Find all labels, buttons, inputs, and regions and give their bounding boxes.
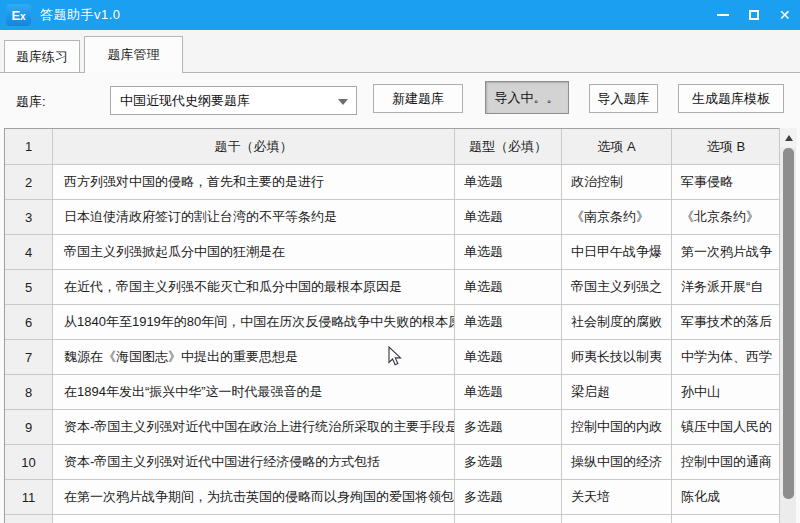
row-number-cell[interactable]: 3	[5, 200, 53, 235]
table-row: 2西方列强对中国的侵略，首先和主要的是进行单选题政治控制军事侵略	[5, 165, 778, 200]
table-row: 12资本-帝国主义列强对近代中国进行文化渗透的目的包括多选题披着宗教外衣进为侵略…	[5, 515, 778, 523]
option-a-cell[interactable]: 披着宗教外衣进	[562, 515, 672, 523]
importing-button[interactable]: 导入中。。	[485, 81, 569, 114]
option-b-cell[interactable]: 镇压中国人民的	[672, 410, 780, 445]
table-row: 6从1840年至1919年的80年间，中国在历次反侵略战争中失败的根本原因单选题…	[5, 305, 778, 340]
type-cell[interactable]: 单选题	[455, 270, 562, 305]
stem-cell[interactable]: 在第一次鸦片战争期间，为抗击英国的侵略而以身殉国的爱国将领包括	[53, 480, 455, 515]
option-b-cell[interactable]: 军事侵略	[672, 165, 780, 200]
row-number-cell[interactable]: 8	[5, 375, 53, 410]
arrow-up-icon	[785, 135, 793, 141]
type-cell[interactable]: 多选题	[455, 410, 562, 445]
header-option-a[interactable]: 选项 A	[562, 129, 672, 165]
app-window: Ex 答题助手v1.0 ✕ 题库练习 题库管理 题库: 中国近现代史纲要题库 新…	[0, 0, 800, 523]
option-a-cell[interactable]: 关天培	[562, 480, 672, 515]
mouse-cursor-icon	[388, 346, 406, 368]
type-cell[interactable]: 单选题	[455, 375, 562, 410]
row-number-cell[interactable]: 2	[5, 165, 53, 200]
tab-practice-label: 题库练习	[16, 48, 68, 66]
option-b-cell[interactable]: 控制中国的通商	[672, 445, 780, 480]
option-a-cell[interactable]: 操纵中国的经济	[562, 445, 672, 480]
tab-bank-management[interactable]: 题库管理	[84, 36, 183, 73]
type-cell[interactable]: 多选题	[455, 480, 562, 515]
row-number-cell[interactable]: 10	[5, 445, 53, 480]
import-bank-button[interactable]: 导入题库	[589, 84, 658, 113]
tab-bank-management-label: 题库管理	[108, 46, 160, 64]
window-title: 答题助手v1.0	[40, 6, 121, 24]
bank-label: 题库:	[16, 93, 46, 111]
tab-practice[interactable]: 题库练习	[4, 40, 80, 72]
option-a-cell[interactable]: 师夷长技以制夷	[562, 340, 672, 375]
option-b-cell[interactable]: 陈化成	[672, 480, 780, 515]
option-b-cell[interactable]: 《北京条约》	[672, 200, 780, 235]
type-cell[interactable]: 多选题	[455, 445, 562, 480]
stem-cell[interactable]: 资本-帝国主义列强对近代中国进行经济侵略的方式包括	[53, 445, 455, 480]
bank-select-value: 中国近现代史纲要题库	[120, 92, 250, 110]
row-number-cell[interactable]: 6	[5, 305, 53, 340]
table-row: 4帝国主义列强掀起瓜分中国的狂潮是在单选题中日甲午战争爆第一次鸦片战争	[5, 235, 778, 270]
table-row: 10资本-帝国主义列强对近代中国进行经济侵略的方式包括多选题操纵中国的经济控制中…	[5, 445, 778, 480]
row-number-cell[interactable]: 9	[5, 410, 53, 445]
stem-cell[interactable]: 日本迫使清政府签订的割让台湾的不平等条约是	[53, 200, 455, 235]
option-a-cell[interactable]: 社会制度的腐败	[562, 305, 672, 340]
stem-cell[interactable]: 资本-帝国主义列强对近代中国进行文化渗透的目的包括	[53, 515, 455, 523]
generate-template-button[interactable]: 生成题库模板	[678, 84, 784, 113]
table-row: 3日本迫使清政府签订的割让台湾的不平等条约是单选题《南京条约》《北京条约》	[5, 200, 778, 235]
type-cell[interactable]: 多选题	[455, 515, 562, 523]
row-number-cell[interactable]: 5	[5, 270, 53, 305]
row-number-cell[interactable]: 12	[5, 515, 53, 523]
close-button[interactable]: ✕	[769, 0, 800, 30]
type-cell[interactable]: 单选题	[455, 235, 562, 270]
table-body: 2西方列强对中国的侵略，首先和主要的是进行单选题政治控制军事侵略3日本迫使清政府…	[5, 165, 778, 523]
table-row: 8在1894年发出“振兴中华”这一时代最强音的是单选题梁启超孙中山	[5, 375, 778, 410]
option-b-cell[interactable]: 孙中山	[672, 375, 780, 410]
table-row: 5在近代，帝国主义列强不能灭亡和瓜分中国的最根本原因是单选题帝国主义列强之洋务派…	[5, 270, 778, 305]
header-option-b[interactable]: 选项 B	[672, 129, 780, 165]
stem-cell[interactable]: 资本-帝国主义列强对近代中国在政治上进行统治所采取的主要手段是?	[53, 410, 455, 445]
type-cell[interactable]: 单选题	[455, 305, 562, 340]
option-b-cell[interactable]: 第一次鸦片战争	[672, 235, 780, 270]
header-type[interactable]: 题型（必填）	[455, 129, 562, 165]
option-a-cell[interactable]: 帝国主义列强之	[562, 270, 672, 305]
bank-management-page: 题库: 中国近现代史纲要题库 新建题库 导入中。。 导入题库 生成题库模板 1 …	[0, 72, 800, 523]
row-number-cell[interactable]: 11	[5, 480, 53, 515]
option-a-cell[interactable]: 中日甲午战争爆	[562, 235, 672, 270]
row-number-cell[interactable]: 7	[5, 340, 53, 375]
option-a-cell[interactable]: 政治控制	[562, 165, 672, 200]
bank-select[interactable]: 中国近现代史纲要题库	[110, 86, 357, 115]
row-number-cell[interactable]: 4	[5, 235, 53, 270]
maximize-button[interactable]	[738, 0, 769, 30]
scroll-up-button[interactable]	[780, 128, 797, 147]
table-row: 11在第一次鸦片战争期间，为抗击英国的侵略而以身殉国的爱国将领包括多选题关天培陈…	[5, 480, 778, 515]
type-cell[interactable]: 单选题	[455, 165, 562, 200]
option-a-cell[interactable]: 《南京条约》	[562, 200, 672, 235]
table-row: 9资本-帝国主义列强对近代中国在政治上进行统治所采取的主要手段是?多选题控制中国…	[5, 410, 778, 445]
type-cell[interactable]: 单选题	[455, 200, 562, 235]
question-table: 1 题干（必填） 题型（必填） 选项 A 选项 B 2西方列强对中国的侵略，首先…	[4, 128, 779, 523]
close-icon: ✕	[779, 8, 791, 22]
chevron-down-icon	[338, 99, 348, 105]
stem-cell[interactable]: 在1894年发出“振兴中华”这一时代最强音的是	[53, 375, 455, 410]
minimize-icon	[717, 14, 729, 16]
maximize-icon	[749, 10, 759, 20]
option-b-cell[interactable]: 军事技术的落后	[672, 305, 780, 340]
stem-cell[interactable]: 帝国主义列强掀起瓜分中国的狂潮是在	[53, 235, 455, 270]
stem-cell[interactable]: 西方列强对中国的侵略，首先和主要的是进行	[53, 165, 455, 200]
new-bank-button[interactable]: 新建题库	[373, 84, 463, 113]
vertical-scrollbar[interactable]	[779, 128, 796, 523]
option-b-cell[interactable]: 中学为体、西学	[672, 340, 780, 375]
option-a-cell[interactable]: 控制中国的内政	[562, 410, 672, 445]
header-stem[interactable]: 题干（必填）	[53, 129, 455, 165]
type-cell[interactable]: 单选题	[455, 340, 562, 375]
option-b-cell[interactable]: 为侵略中国制造	[672, 515, 780, 523]
option-b-cell[interactable]: 洋务派开展“自	[672, 270, 780, 305]
tab-strip: 题库练习 题库管理	[0, 36, 800, 72]
header-row-number[interactable]: 1	[5, 129, 53, 165]
stem-cell[interactable]: 从1840年至1919年的80年间，中国在历次反侵略战争中失败的根本原因	[53, 305, 455, 340]
option-a-cell[interactable]: 梁启超	[562, 375, 672, 410]
title-bar: Ex 答题助手v1.0 ✕	[0, 0, 800, 30]
minimize-button[interactable]	[707, 0, 738, 30]
stem-cell[interactable]: 在近代，帝国主义列强不能灭亡和瓜分中国的最根本原因是	[53, 270, 455, 305]
app-logo-icon: Ex	[6, 4, 31, 26]
scrollbar-thumb[interactable]	[783, 148, 794, 499]
